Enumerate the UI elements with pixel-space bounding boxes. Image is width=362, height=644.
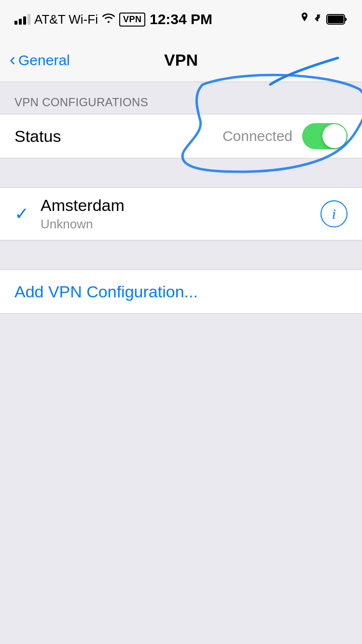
checkmark-icon: ✓ bbox=[14, 204, 29, 224]
vpn-toggle[interactable] bbox=[302, 123, 348, 149]
vpn-section-label: VPN CONFIGURATIONS bbox=[0, 82, 362, 114]
nav-bar: ‹ General VPN bbox=[0, 39, 362, 82]
vpn-badge: VPN bbox=[119, 13, 146, 27]
signal-bar-2 bbox=[19, 19, 22, 25]
status-section: Status Connected bbox=[0, 114, 362, 158]
signal-bar-1 bbox=[14, 21, 17, 25]
add-vpn-config-row[interactable]: Add VPN Configuration... bbox=[0, 270, 362, 313]
status-row-right: Connected bbox=[223, 123, 348, 149]
main-background bbox=[0, 314, 362, 603]
status-row: Status Connected bbox=[0, 114, 362, 158]
location-icon bbox=[300, 13, 309, 26]
section-spacer-2 bbox=[0, 240, 362, 269]
signal-bar-3 bbox=[23, 16, 26, 25]
nav-title: VPN bbox=[164, 51, 198, 70]
status-bar-time: 12:34 PM bbox=[150, 11, 212, 28]
section-spacer-1 bbox=[0, 158, 362, 187]
battery-icon bbox=[326, 14, 348, 25]
config-name: Amsterdam bbox=[41, 196, 320, 215]
status-bar: AT&T Wi-Fi VPN 12:34 PM bbox=[0, 0, 362, 39]
back-button[interactable]: ‹ General bbox=[10, 52, 70, 69]
bluetooth-icon bbox=[314, 12, 321, 27]
vpn-config-row: ✓ Amsterdam Unknown i bbox=[0, 187, 362, 240]
wifi-icon bbox=[102, 13, 115, 26]
signal-bars-icon bbox=[14, 14, 30, 25]
add-config-section: Add VPN Configuration... bbox=[0, 269, 362, 314]
carrier-label: AT&T Wi-Fi bbox=[34, 12, 98, 27]
info-button[interactable]: i bbox=[320, 200, 348, 227]
back-label: General bbox=[18, 52, 70, 69]
config-type: Unknown bbox=[41, 217, 320, 232]
status-bar-right bbox=[300, 12, 348, 27]
back-chevron-icon: ‹ bbox=[10, 51, 15, 69]
add-config-label: Add VPN Configuration... bbox=[14, 282, 198, 301]
connection-status-text: Connected bbox=[223, 128, 292, 144]
status-label: Status bbox=[14, 127, 61, 146]
signal-bar-4 bbox=[28, 14, 30, 25]
toggle-knob bbox=[322, 124, 347, 148]
svg-rect-1 bbox=[328, 15, 344, 23]
page-wrapper: AT&T Wi-Fi VPN 12:34 PM bbox=[0, 0, 362, 644]
status-bar-left: AT&T Wi-Fi VPN bbox=[14, 12, 145, 27]
config-info: Amsterdam Unknown bbox=[41, 196, 320, 232]
